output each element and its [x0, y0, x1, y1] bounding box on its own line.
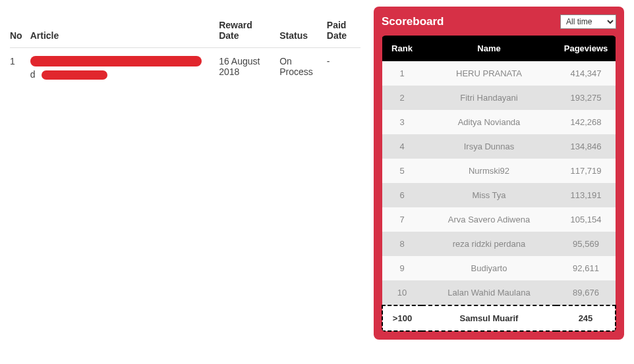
redacted-line	[42, 70, 107, 80]
redacted-line	[30, 56, 202, 66]
cell-pageviews: 89,676	[556, 280, 616, 305]
cell-rank: 6	[382, 183, 422, 207]
table-row: 1 d 16 August 2018 On Process -	[10, 48, 360, 88]
scoreboard-user-row: >100 Samsul Muarif 245	[382, 305, 616, 331]
scoreboard-row: 5 Nurmski92 117,719	[382, 159, 616, 183]
header-status: Status	[279, 7, 327, 48]
cell-name: reza ridzki perdana	[422, 232, 556, 256]
articles-table-container: No Article Reward Date Status Paid Date …	[10, 7, 374, 340]
cell-name: Nurmski92	[422, 159, 556, 183]
cell-status: On Process	[279, 48, 327, 88]
cell-rank: 5	[382, 159, 422, 183]
scoreboard-table: Rank Name Pageviews 1 HERU PRANATA 414,3…	[382, 36, 616, 332]
header-pageviews: Pageviews	[556, 36, 616, 61]
cell-pageviews: 142,268	[556, 110, 616, 134]
cell-rank: 3	[382, 110, 422, 134]
cell-name: Irsya Dunnas	[422, 134, 556, 159]
cell-name: Arva Savero Adiwena	[422, 207, 556, 232]
cell-pageviews: 117,719	[556, 159, 616, 183]
cell-pageviews: 414,347	[556, 61, 616, 86]
cell-rank: 4	[382, 134, 422, 159]
cell-rank: 9	[382, 256, 422, 280]
header-article: Article	[30, 7, 219, 48]
cell-name: Budiyarto	[422, 256, 556, 280]
cell-pageviews: 193,275	[556, 86, 616, 110]
article-prefix: d	[30, 69, 36, 80]
articles-table: No Article Reward Date Status Paid Date …	[10, 7, 360, 88]
cell-no: 1	[10, 48, 30, 88]
period-select[interactable]: All time	[560, 14, 616, 29]
cell-rank: 10	[382, 280, 422, 305]
cell-pageviews: 105,154	[556, 207, 616, 232]
cell-pageviews: 134,846	[556, 134, 616, 159]
cell-rank: 2	[382, 86, 422, 110]
scoreboard-header: Scoreboard All time	[382, 14, 616, 29]
cell-name: Fitri Handayani	[422, 86, 556, 110]
header-name: Name	[422, 36, 556, 61]
cell-reward-date: 16 August 2018	[219, 48, 279, 88]
cell-name: Miss Tya	[422, 183, 556, 207]
scoreboard-row: 1 HERU PRANATA 414,347	[382, 61, 616, 86]
scoreboard-row: 8 reza ridzki perdana 95,569	[382, 232, 616, 256]
header-paid-date: Paid Date	[327, 7, 360, 48]
cell-pageviews: 113,191	[556, 183, 616, 207]
cell-name: Aditya Novianda	[422, 110, 556, 134]
cell-rank: >100	[382, 305, 422, 331]
scoreboard-row: 6 Miss Tya 113,191	[382, 183, 616, 207]
scoreboard-title: Scoreboard	[382, 15, 444, 28]
scoreboard-panel: Scoreboard All time Rank Name Pageviews …	[374, 7, 624, 340]
cell-rank: 8	[382, 232, 422, 256]
scoreboard-row: 10 Lalan Wahid Maulana 89,676	[382, 280, 616, 305]
cell-pageviews: 92,611	[556, 256, 616, 280]
redacted-article: d	[30, 56, 202, 80]
scoreboard-row: 2 Fitri Handayani 193,275	[382, 86, 616, 110]
scoreboard-row: 4 Irsya Dunnas 134,846	[382, 134, 616, 159]
cell-paid-date: -	[327, 48, 360, 88]
header-rank: Rank	[382, 36, 422, 61]
cell-rank: 7	[382, 207, 422, 232]
cell-name: HERU PRANATA	[422, 61, 556, 86]
header-no: No	[10, 7, 30, 48]
scoreboard-row: 3 Aditya Novianda 142,268	[382, 110, 616, 134]
cell-pageviews: 245	[556, 305, 616, 331]
cell-name: Lalan Wahid Maulana	[422, 280, 556, 305]
cell-rank: 1	[382, 61, 422, 86]
scoreboard-row: 9 Budiyarto 92,611	[382, 256, 616, 280]
scoreboard-row: 7 Arva Savero Adiwena 105,154	[382, 207, 616, 232]
cell-pageviews: 95,569	[556, 232, 616, 256]
cell-article: d	[30, 48, 219, 88]
header-reward-date: Reward Date	[219, 7, 279, 48]
cell-name: Samsul Muarif	[422, 305, 556, 331]
